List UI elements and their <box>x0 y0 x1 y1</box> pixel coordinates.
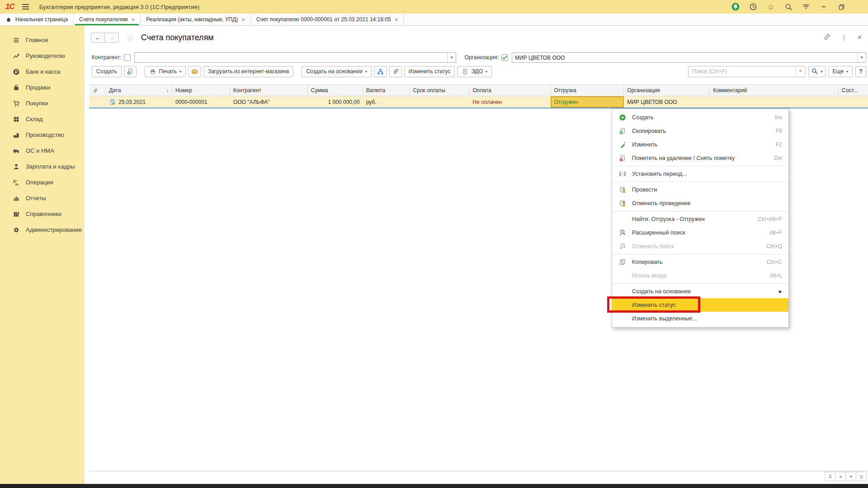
cell-comment[interactable] <box>710 96 839 108</box>
scroll-down-icon[interactable] <box>845 472 856 481</box>
tab-close-icon[interactable]: × <box>131 17 135 23</box>
cell-amount[interactable]: 1 000 000,00 <box>308 96 363 108</box>
sidebar-item-reports[interactable]: Отчеты <box>0 190 84 206</box>
cell-date[interactable]: 25.03.2021 <box>106 96 172 108</box>
tab-close-icon[interactable]: × <box>395 17 398 23</box>
cell-due-date[interactable] <box>410 96 470 108</box>
attachments-button[interactable] <box>389 66 402 77</box>
print-button[interactable]: Печать▾ <box>145 66 186 77</box>
column-attachment[interactable] <box>89 85 106 96</box>
create-button[interactable]: Создать <box>92 66 122 77</box>
notifications-icon[interactable] <box>731 3 740 11</box>
cell-organization[interactable]: МИР ЦВЕТОВ ООО <box>624 96 710 108</box>
column-counterparty[interactable]: Контрагент <box>230 85 308 96</box>
cm-unpost[interactable]: Отменить проведение <box>612 197 788 210</box>
edo-button[interactable]: ЭДО▾ <box>457 66 492 77</box>
sidebar-item-operations[interactable]: ДтКт Операции <box>0 174 84 190</box>
more-actions-icon[interactable]: ⋮ <box>841 33 848 42</box>
more-button[interactable]: Еще▾ <box>828 66 853 77</box>
tab-invoice-document[interactable]: Счет покупателю 0000-000001 от 25.03.202… <box>251 14 404 25</box>
sidebar-item-bank-cash[interactable]: Банк и касса <box>0 64 84 80</box>
cm-create-based-on[interactable]: Создать на основании ▶ <box>612 285 788 298</box>
cancel-search-icon <box>618 243 627 250</box>
scroll-up-icon[interactable] <box>835 472 846 481</box>
change-status-button[interactable]: Изменить статус <box>404 66 455 77</box>
cm-advanced-search[interactable]: Расширенный поиск Alt+F <box>612 226 788 239</box>
search-icon[interactable] <box>784 3 793 11</box>
sidebar-item-purchases[interactable]: Покупки <box>0 95 84 111</box>
cm-post[interactable]: Провести <box>612 183 788 197</box>
main-menu-icon[interactable] <box>22 4 29 10</box>
search-input[interactable] <box>688 66 806 77</box>
cm-change-status[interactable]: Изменить статус <box>612 298 788 312</box>
chevron-down-icon[interactable]: ▾ <box>447 53 456 62</box>
minimize-button[interactable]: – <box>820 3 828 11</box>
create-based-on-button[interactable]: Создать на основании▾ <box>302 66 372 77</box>
sidebar-item-administration[interactable]: Администрирование <box>0 222 84 238</box>
column-amount[interactable]: Сумма <box>308 85 363 96</box>
forward-button[interactable]: → <box>105 33 119 43</box>
counterparty-checkbox[interactable] <box>124 54 131 61</box>
scroll-bottom-icon[interactable] <box>856 472 867 481</box>
close-page-icon[interactable]: × <box>858 33 862 42</box>
cell-status[interactable] <box>839 96 868 108</box>
sidebar-item-directories[interactable]: Справочники <box>0 206 84 222</box>
load-from-store-button[interactable]: Загрузить из интернет-магазина <box>203 66 293 77</box>
get-link-icon[interactable] <box>823 33 831 42</box>
tab-home[interactable]: Начальная страница <box>0 14 74 25</box>
organization-checkbox[interactable] <box>501 54 508 61</box>
cell-currency[interactable]: руб. <box>363 96 410 108</box>
sidebar-item-manager[interactable]: Руководителю <box>0 48 84 64</box>
counterparty-combo[interactable]: ▾ <box>134 52 456 63</box>
column-shipment[interactable]: Отгрузка <box>551 85 624 96</box>
cm-mark-delete[interactable]: Пометить на удаление / Снять пометку Del <box>612 151 788 165</box>
column-comment[interactable]: Комментарий <box>710 85 839 96</box>
cm-edit-selected[interactable]: Изменить выделенные... <box>612 312 788 325</box>
column-date[interactable]: Дата↓ <box>106 85 172 96</box>
column-payment[interactable]: Оплата <box>470 85 551 96</box>
cm-create[interactable]: Создать Ins <box>612 111 788 124</box>
table-row[interactable]: 25.03.2021 0000-000001 ООО "АЛЬФА" 1 000… <box>89 96 868 108</box>
column-currency[interactable]: Валюта <box>363 85 410 96</box>
sidebar-item-warehouse[interactable]: Склад <box>0 111 84 127</box>
column-due-date[interactable]: Срок оплаты <box>410 85 470 96</box>
cell-payment-status[interactable]: Не оплачен <box>470 96 551 108</box>
sidebar-item-sales[interactable]: Продажи <box>0 80 84 95</box>
tab-customer-invoices[interactable]: Счета покупателям × <box>74 14 141 25</box>
column-number[interactable]: Номер <box>172 85 230 96</box>
chevron-down-icon[interactable]: ▾ <box>857 53 866 62</box>
cell-number[interactable]: 0000-000001 <box>172 96 230 108</box>
cm-copy-new[interactable]: Скопировать F9 <box>612 124 788 138</box>
sidebar-item-fixed-assets[interactable]: ОС и НМА <box>0 143 84 159</box>
clear-search-icon[interactable]: × <box>796 66 805 76</box>
help-button[interactable]: ? <box>855 66 866 77</box>
sidebar-item-main[interactable]: Главное <box>0 32 84 48</box>
favorites-icon[interactable]: ☆ <box>767 3 775 11</box>
related-documents-button[interactable] <box>374 66 387 77</box>
sidebar-item-label: Операции <box>26 179 53 186</box>
cell-shipment-status[interactable]: Отгружен <box>551 96 624 108</box>
back-button[interactable]: ← <box>91 33 105 43</box>
sidebar-item-production[interactable]: Производство <box>0 127 84 143</box>
plus-circle-icon <box>618 114 627 121</box>
organization-combo[interactable]: МИР ЦВЕТОВ ООО ▾ <box>512 52 866 63</box>
cell-counterparty[interactable]: ООО "АЛЬФА" <box>230 96 308 108</box>
favorite-star-icon[interactable]: ☆ <box>126 33 135 42</box>
copy-document-button[interactable] <box>124 66 137 77</box>
search-options-button[interactable]: ▾ <box>808 66 826 77</box>
cm-set-period[interactable]: Установить период... <box>612 167 788 181</box>
tab-sales[interactable]: Реализация (акты, накладные, УПД) × <box>141 14 251 25</box>
sidebar-item-salary-hr[interactable]: Зарплата и кадры <box>0 159 84 174</box>
all-functions-icon[interactable] <box>802 3 810 11</box>
history-icon[interactable] <box>749 3 757 11</box>
column-organization[interactable]: Организация <box>624 85 710 96</box>
cm-find-shipment[interactable]: Найти: Отгрузка - Отгружен Ctrl+Alt+F <box>612 212 788 226</box>
sidebar-item-label: Производство <box>26 131 64 138</box>
cm-copy-clipboard[interactable]: Копировать Ctrl+C <box>612 255 788 269</box>
tab-close-icon[interactable]: × <box>241 17 245 23</box>
column-status[interactable]: Сост... <box>839 85 868 96</box>
scroll-top-icon[interactable] <box>825 472 835 481</box>
send-email-button[interactable] <box>188 66 201 77</box>
restore-button[interactable] <box>837 3 845 11</box>
cm-edit[interactable]: Изменить F2 <box>612 138 788 151</box>
